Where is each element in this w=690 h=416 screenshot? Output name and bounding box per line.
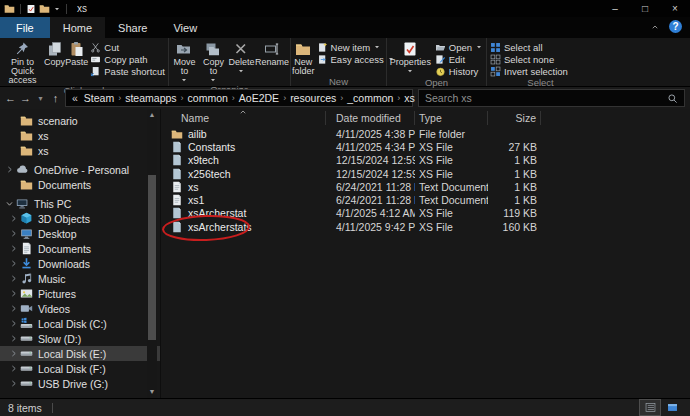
file-row-constants[interactable]: Constants4/11/2025 4:34 PMXS File27 KB: [161, 140, 690, 153]
breadcrumb-segment-steamapps[interactable]: steamapps: [121, 92, 180, 104]
chevron-right-icon[interactable]: [9, 304, 18, 313]
customize-toolbar-caret-icon[interactable]: [53, 5, 61, 13]
paste-button[interactable]: Paste: [65, 40, 88, 67]
chevron-right-icon[interactable]: [9, 364, 18, 373]
breadcrumb-overflow[interactable]: «: [70, 92, 80, 104]
file-row-xs1[interactable]: xs16/24/2021 11:28 PMText Document1 KB: [161, 193, 690, 206]
forward-button[interactable]: →: [18, 92, 33, 104]
breadcrumb-segment-xs[interactable]: xs: [400, 92, 419, 104]
sidebar-item-local-disk-c[interactable]: Local Disk (C:): [0, 316, 160, 331]
sidebar-item-3d-objects[interactable]: 3D Objects: [0, 211, 160, 226]
sidebar-item-scenario[interactable]: scenario: [0, 113, 160, 128]
sidebar-item-xs[interactable]: xs: [0, 143, 160, 158]
breadcrumb-segment-common[interactable]: common: [184, 92, 232, 104]
sidebar-item-documents[interactable]: Documents: [0, 241, 160, 256]
sidebar-item-slow-d[interactable]: Slow (D:): [0, 331, 160, 346]
chevron-down-icon[interactable]: [5, 199, 14, 208]
file-row-xsarcherstats[interactable]: xsArcherstats4/11/2025 9:42 PMXS File160…: [161, 220, 690, 233]
column-header-date-modified[interactable]: Date modified: [326, 111, 415, 125]
back-button[interactable]: ←: [3, 92, 18, 104]
recent-locations-caret-icon[interactable]: ▾: [33, 94, 48, 103]
paste-shortcut-button[interactable]: Paste shortcut: [88, 65, 167, 77]
rename-button[interactable]: Rename: [255, 40, 289, 67]
sidebar-item-documents[interactable]: Documents: [0, 177, 160, 192]
sidebar-item-usb-drive-g[interactable]: USB Drive (G:): [0, 395, 160, 398]
column-header-name[interactable]: Name: [161, 111, 326, 125]
sidebar-item-music[interactable]: Music: [0, 271, 160, 286]
file-row-x256tech[interactable]: x256tech12/15/2024 12:59 PMXS File1 KB: [161, 167, 690, 180]
chevron-right-icon[interactable]: [5, 165, 14, 174]
minimize-button[interactable]: –: [600, 0, 630, 17]
edit-button[interactable]: Edit: [433, 53, 485, 65]
search-box[interactable]: Search xs: [418, 89, 685, 107]
breadcrumb-segment-resources[interactable]: resources: [286, 92, 340, 104]
chevron-right-icon[interactable]: [9, 259, 18, 268]
select-none-button[interactable]: Select none: [488, 53, 570, 65]
tab-home[interactable]: Home: [50, 17, 105, 38]
copy-path-button[interactable]: Copy path: [88, 53, 167, 65]
help-icon[interactable]: ?: [669, 20, 682, 33]
properties-button[interactable]: Properties: [388, 40, 433, 75]
history-button[interactable]: History: [433, 65, 485, 77]
new-folder-button[interactable]: New folder: [292, 40, 315, 76]
details-view-button[interactable]: [640, 400, 660, 415]
new-item-button[interactable]: New item: [315, 41, 397, 53]
scrollbar-thumb[interactable]: [148, 175, 156, 340]
chevron-right-icon[interactable]: [9, 319, 18, 328]
sidebar-item-label: xs: [38, 130, 49, 142]
tab-share[interactable]: Share: [105, 17, 160, 38]
scroll-up-icon[interactable]: ▲: [149, 109, 156, 121]
sidebar-item-pictures[interactable]: Pictures: [0, 286, 160, 301]
copy-to-button[interactable]: Copy to: [199, 40, 228, 84]
new-folder-quick-icon[interactable]: [39, 3, 50, 14]
delete-button[interactable]: Delete: [228, 40, 255, 75]
breadcrumb-segment-aoe2de[interactable]: AoE2DE: [235, 92, 283, 104]
up-button[interactable]: ↑: [48, 92, 63, 104]
collapse-ribbon-icon[interactable]: [651, 23, 659, 31]
address-breadcrumb-box[interactable]: « Steam›steamapps›common›AoE2DE›resource…: [65, 89, 413, 107]
chevron-right-icon[interactable]: [9, 214, 18, 223]
column-header-type[interactable]: Type: [415, 111, 488, 125]
move-to-button[interactable]: Move to: [170, 40, 199, 84]
sidebar-item-videos[interactable]: Videos: [0, 301, 160, 316]
sidebar-item-onedrive-personal[interactable]: OneDrive - Personal: [0, 162, 160, 177]
cut-button[interactable]: Cut: [88, 41, 167, 53]
sidebar-item-desktop[interactable]: Desktop: [0, 226, 160, 241]
sidebar-item-local-disk-f[interactable]: Local Disk (F:): [0, 361, 160, 376]
tab-view[interactable]: View: [160, 17, 210, 38]
sidebar-scrollbar[interactable]: ▲ ▼: [147, 109, 157, 398]
breadcrumb-segment-common[interactable]: _common: [343, 92, 397, 104]
tab-file[interactable]: File: [0, 17, 50, 38]
sidebar-item-local-disk-e[interactable]: Local Disk (E:): [0, 346, 160, 361]
easy-access-button[interactable]: Easy access: [315, 53, 397, 65]
properties-quick-icon[interactable]: [26, 4, 36, 14]
open-button[interactable]: Open: [433, 41, 485, 53]
breadcrumb-segment-steam[interactable]: Steam: [80, 92, 118, 104]
chevron-right-icon[interactable]: [9, 289, 18, 298]
scroll-down-icon[interactable]: ▼: [149, 386, 156, 398]
sidebar-item-downloads[interactable]: Downloads: [0, 256, 160, 271]
chevron-right-icon[interactable]: [9, 229, 18, 238]
chevron-right-icon[interactable]: [9, 349, 18, 358]
copy-button[interactable]: Copy: [44, 40, 65, 67]
invert-selection-button[interactable]: Invert selection: [488, 65, 570, 77]
file-row-ailib[interactable]: ailib4/11/2025 4:38 PMFile folder: [161, 127, 690, 140]
thumbnails-view-button[interactable]: [662, 400, 682, 415]
file-row-xsarcherstat[interactable]: xsArcherstat4/1/2025 4:12 AMXS File119 K…: [161, 207, 690, 220]
file-row-xs[interactable]: xs6/24/2021 11:28 PMText Document1 KB: [161, 180, 690, 193]
ribbon-tabs: FileHomeShareView: [0, 17, 210, 38]
pin-to-quick-access-button[interactable]: Pin to Quick access: [1, 40, 44, 85]
close-button[interactable]: ×: [660, 0, 690, 17]
chevron-right-icon[interactable]: [9, 244, 18, 253]
chevron-right-icon[interactable]: [9, 379, 18, 388]
select-all-button[interactable]: Select all: [488, 41, 570, 53]
maximize-button[interactable]: □: [630, 0, 660, 17]
chevron-right-icon[interactable]: [9, 274, 18, 283]
chevron-right-icon[interactable]: [9, 334, 18, 343]
column-header-size[interactable]: Size: [488, 111, 541, 125]
file-row-x9tech[interactable]: x9tech12/15/2024 12:59 PMXS File1 KB: [161, 154, 690, 167]
sidebar-item-this-pc[interactable]: This PC: [0, 196, 160, 211]
sidebar-item-xs[interactable]: xs: [0, 128, 160, 143]
copy-icon: [47, 41, 63, 57]
sidebar-item-usb-drive-g[interactable]: USB Drive (G:): [0, 376, 160, 391]
